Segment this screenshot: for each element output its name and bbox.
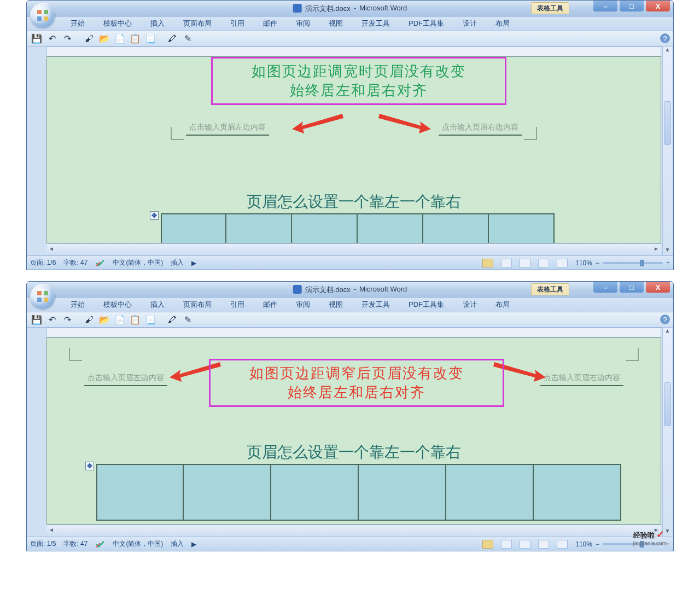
tab-design[interactable]: 设计 — [462, 16, 478, 31]
zoom-out-button[interactable]: − — [596, 540, 599, 548]
status-macro-icon[interactable]: ▶ — [191, 259, 196, 267]
zoom-slider-thumb[interactable] — [640, 260, 644, 266]
zoom-value[interactable]: 110% — [575, 540, 592, 548]
open-icon[interactable]: 📂 — [99, 33, 110, 44]
undo-icon[interactable]: ↶ — [46, 315, 57, 325]
status-language[interactable]: 中文(简体，中国) — [113, 258, 163, 267]
tab-pagelayout[interactable]: 页面布局 — [182, 298, 213, 312]
table[interactable] — [161, 213, 555, 243]
paste-icon[interactable]: 📃 — [145, 33, 156, 44]
brush-icon[interactable]: 🖍 — [167, 33, 178, 44]
zoom-out-button[interactable]: − — [596, 259, 599, 267]
close-button[interactable]: X — [646, 282, 670, 293]
redo-icon[interactable]: ↷ — [62, 315, 73, 325]
tab-view[interactable]: 视图 — [328, 298, 344, 312]
status-macro-icon[interactable]: ▶ — [191, 540, 196, 548]
table-anchor-icon[interactable]: ✥ — [85, 462, 94, 470]
brush-icon[interactable]: 🖍 — [167, 315, 178, 325]
table-cell[interactable] — [292, 213, 358, 243]
paste-icon[interactable]: 📃 — [145, 315, 156, 325]
horizontal-scrollbar[interactable]: ◄► — [46, 243, 661, 253]
document-page[interactable]: 如图页边距调窄后页眉没有改变 始终居左和居右对齐 点击输入页眉左边内容 点击输入… — [46, 337, 661, 525]
tab-pagelayout[interactable]: 页面布局 — [182, 16, 213, 31]
status-proofing[interactable] — [95, 540, 105, 548]
pen-icon[interactable]: ✎ — [182, 315, 193, 325]
maximize-button[interactable]: □ — [620, 282, 644, 293]
tab-layout[interactable]: 布局 — [494, 16, 511, 31]
header-left-placeholder[interactable]: 点击输入页眉左边内容 — [186, 121, 269, 136]
tab-references[interactable]: 引用 — [229, 298, 246, 312]
document-page[interactable]: 如图页边距调宽时页眉没有改变 始终居左和居右对齐 点击输入页眉左边内容 点击输入… — [46, 56, 661, 243]
table-anchor-icon[interactable]: ✥ — [150, 211, 159, 220]
table-cell[interactable] — [184, 464, 271, 521]
save-icon[interactable]: 💾 — [31, 33, 42, 44]
view-draft-button[interactable] — [557, 540, 568, 549]
scroll-up-icon[interactable]: ▲ — [663, 328, 672, 336]
copy-icon[interactable]: 📋 — [130, 315, 141, 325]
horizontal-ruler[interactable] — [46, 328, 661, 337]
view-fullscreen-button[interactable] — [501, 540, 512, 549]
minimize-button[interactable]: – — [593, 1, 617, 11]
copy-icon[interactable]: 📋 — [130, 33, 141, 44]
pen-icon[interactable]: ✎ — [182, 33, 193, 44]
table-cell[interactable] — [161, 213, 226, 243]
view-printlayout-button[interactable] — [482, 259, 493, 267]
tab-references[interactable]: 引用 — [229, 16, 246, 31]
tab-design[interactable]: 设计 — [462, 298, 478, 312]
header-right-placeholder[interactable]: 点击输入页眉右边内容 — [439, 121, 522, 136]
tab-template[interactable]: 模板中心 — [102, 298, 133, 312]
status-wordcount[interactable]: 字数: 47 — [63, 258, 88, 267]
status-language[interactable]: 中文(简体，中国) — [113, 539, 163, 549]
tab-mailings[interactable]: 邮件 — [262, 298, 278, 312]
titlebar[interactable]: 演示文档.docx - Microsoft Word 表格工具 – □ X — [27, 282, 673, 298]
zoom-in-button[interactable]: + — [666, 259, 670, 267]
help-button[interactable]: ? — [660, 33, 670, 43]
office-button[interactable] — [30, 3, 55, 28]
tab-insert[interactable]: 插入 — [149, 16, 166, 31]
table-cell[interactable] — [271, 464, 359, 521]
tab-home[interactable]: 开始 — [69, 16, 86, 31]
format-painter-icon[interactable]: 🖌 — [84, 315, 95, 325]
tab-layout[interactable]: 布局 — [494, 298, 511, 312]
format-painter-icon[interactable]: 🖌 — [84, 33, 95, 44]
close-button[interactable]: X — [646, 1, 670, 11]
new-icon[interactable]: 📄 — [114, 315, 125, 325]
vertical-scrollbar[interactable]: ▲ ▼ — [662, 328, 672, 537]
view-web-button[interactable] — [520, 540, 530, 549]
redo-icon[interactable]: ↷ — [62, 33, 73, 44]
table-cell[interactable] — [359, 464, 446, 521]
minimize-button[interactable]: – — [593, 282, 617, 293]
table-cell[interactable] — [534, 464, 621, 521]
table-cell[interactable] — [358, 213, 423, 243]
status-proofing[interactable] — [95, 259, 105, 267]
scroll-up-icon[interactable]: ▲ — [663, 46, 672, 55]
scroll-down-icon[interactable]: ▼ — [663, 247, 672, 255]
header-right-placeholder[interactable]: 点击输入页眉右边内容 — [540, 372, 623, 386]
tab-pdf[interactable]: PDF工具集 — [407, 298, 445, 312]
table-cell[interactable] — [423, 213, 489, 243]
zoom-value[interactable]: 110% — [575, 259, 592, 267]
status-page[interactable]: 页面: 1/6 — [30, 258, 56, 267]
table-cell[interactable] — [446, 464, 534, 521]
status-insert-mode[interactable]: 插入 — [171, 539, 184, 549]
table[interactable] — [96, 464, 621, 521]
status-wordcount[interactable]: 字数: 47 — [63, 539, 88, 549]
tab-template[interactable]: 模板中心 — [102, 16, 133, 31]
status-page[interactable]: 页面: 1/5 — [30, 539, 56, 549]
tab-pdf[interactable]: PDF工具集 — [407, 16, 445, 31]
header-left-placeholder[interactable]: 点击输入页眉左边内容 — [84, 372, 167, 386]
view-outline-button[interactable] — [538, 540, 549, 549]
maximize-button[interactable]: □ — [620, 1, 644, 11]
tab-review[interactable]: 审阅 — [295, 298, 311, 312]
scroll-thumb[interactable] — [664, 101, 671, 145]
view-fullscreen-button[interactable] — [501, 259, 512, 267]
titlebar[interactable]: 演示文档.docx - Microsoft Word 表格工具 – □ X — [27, 1, 673, 17]
zoom-slider[interactable] — [603, 262, 663, 264]
status-insert-mode[interactable]: 插入 — [171, 258, 184, 267]
tab-review[interactable]: 审阅 — [295, 16, 311, 31]
view-web-button[interactable] — [520, 259, 530, 267]
tab-home[interactable]: 开始 — [69, 298, 86, 312]
tab-mailings[interactable]: 邮件 — [262, 16, 278, 31]
horizontal-ruler[interactable] — [46, 46, 661, 56]
table-cell[interactable] — [489, 213, 555, 243]
